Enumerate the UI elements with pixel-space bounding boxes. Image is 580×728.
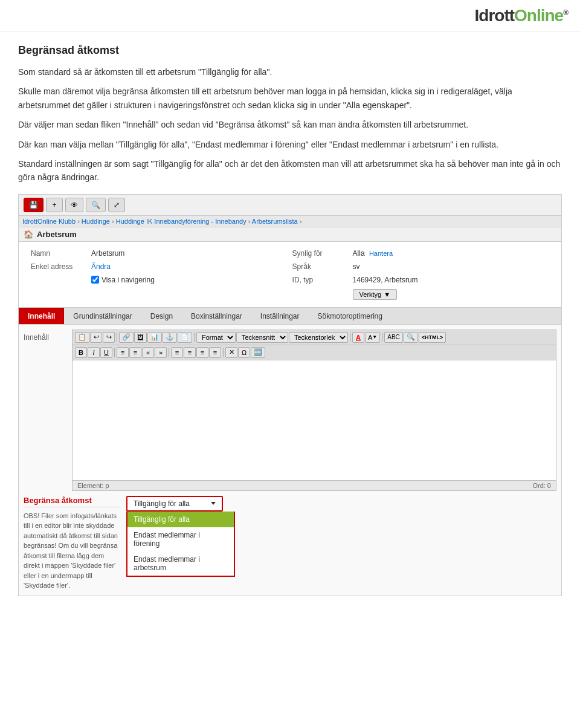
- tb-color-btn[interactable]: A: [352, 332, 364, 343]
- tb-bgcolor-btn[interactable]: A▼: [365, 332, 380, 343]
- tb-align-justify-btn[interactable]: ≡: [209, 347, 221, 358]
- tb-doc-btn[interactable]: 📄: [178, 332, 192, 343]
- tb-table-btn[interactable]: 📊: [147, 332, 162, 343]
- sidebar-info-text: OBS! Filer som infogats/länkats till i e…: [24, 511, 120, 591]
- tb-indent-less-btn[interactable]: «: [142, 347, 154, 358]
- tb-bold-btn[interactable]: B: [75, 347, 87, 358]
- visa-navigering-checkbox[interactable]: [91, 276, 99, 284]
- verktyg-button[interactable]: Verktyg ▼: [353, 289, 398, 300]
- tb-list-number-btn[interactable]: ≡: [129, 347, 141, 358]
- access-option-all[interactable]: Tillgänglig för alla: [127, 512, 234, 527]
- editor-body[interactable]: [72, 360, 556, 481]
- tb-indent-more-btn[interactable]: »: [155, 347, 167, 358]
- access-dropdown-current: Tillgänglig för alla: [134, 499, 190, 508]
- breadcrumb-sep-4: ›: [300, 218, 302, 225]
- tb-undo-btn[interactable]: ↩: [90, 332, 102, 343]
- dropdown-arrow-icon: [211, 502, 216, 505]
- tb-spell-btn[interactable]: ABC: [384, 332, 403, 343]
- tb-search-btn[interactable]: 🔍: [404, 332, 418, 343]
- article-para-4: Där kan man välja mellan "Tillgänglig fö…: [18, 138, 562, 151]
- tb-underline-btn[interactable]: U: [100, 347, 112, 358]
- editor-wrap: 📋 ↩ ↪ 🔗 🖼 📊 ⚓ 📄 Format Teckensnitt: [72, 330, 556, 491]
- prop-label-idtyp: ID, typ: [288, 273, 348, 287]
- breadcrumb-sep-1: ›: [77, 218, 82, 225]
- cms-properties: Namn Arbetsrum Synlig för Alla Hantera E…: [19, 242, 561, 308]
- breadcrumb: IdrottOnline Klubb › Huddinge › Huddinge…: [19, 216, 561, 227]
- tb-chars-btn[interactable]: Ω: [238, 347, 250, 358]
- size-dropdown[interactable]: Teckenstorlek: [289, 332, 348, 343]
- editor-section: Innehåll 📋 ↩ ↪ 🔗 🖼 📊 ⚓ 📄 Format: [19, 325, 561, 496]
- access-option-members-arbetsrum[interactable]: Endast medlemmar i arbetsrum: [127, 551, 234, 576]
- tb-extra-btn[interactable]: 🔤: [251, 347, 265, 358]
- tb-remove-format-btn[interactable]: ✕: [225, 347, 237, 358]
- tab-grundinstallningar[interactable]: Grundinställningar: [64, 308, 141, 324]
- visa-navigering-checkbox-wrap: Visa i navigering: [91, 276, 283, 284]
- article-title: Begränsad åtkomst: [18, 44, 562, 57]
- breadcrumb-item-2[interactable]: Huddinge: [82, 218, 110, 225]
- tb-align-center-btn[interactable]: ≡: [184, 347, 196, 358]
- prop-value-adress: Ändra: [86, 260, 288, 273]
- tb-italic-btn[interactable]: I: [88, 347, 100, 358]
- prop-label-adress: Enkel adress: [26, 260, 86, 273]
- tb-link-btn[interactable]: 🔗: [119, 332, 134, 343]
- access-sidebar-info: Begränsa åtkomst OBS! Filer som infogats…: [24, 496, 120, 591]
- prop-label-sprak: Språk: [288, 260, 348, 273]
- breadcrumb-item-4[interactable]: Arbetsrumslista: [252, 218, 298, 225]
- tb-sep-1: [117, 333, 117, 342]
- tab-design[interactable]: Design: [141, 308, 182, 324]
- tab-innehall[interactable]: Innehåll: [19, 308, 64, 324]
- access-option-members-forening[interactable]: Endast medlemmar i förening: [127, 527, 234, 551]
- tab-boxinstallningar[interactable]: Boxinställningar: [182, 308, 251, 324]
- logo: IdrottOnline®: [475, 6, 569, 25]
- properties-table: Namn Arbetsrum Synlig för Alla Hantera E…: [26, 247, 554, 302]
- editor-statusbar: Element: p Ord: 0: [72, 481, 556, 491]
- hantera-link[interactable]: Hantera: [369, 250, 393, 257]
- article-para-3: Där väljer man sedan fliken "Innehåll" o…: [18, 118, 562, 131]
- format-dropdown[interactable]: Format: [196, 332, 236, 343]
- tb-align-right-btn[interactable]: ≡: [196, 347, 208, 358]
- page-header: IdrottOnline®: [0, 0, 580, 32]
- tb2-sep-1: [114, 348, 115, 357]
- bottom-split: Begränsa åtkomst OBS! Filer som infogats…: [19, 496, 561, 596]
- article-para-5: Standard inställningen är som sagt "Till…: [18, 157, 562, 184]
- save-button[interactable]: 💾: [24, 198, 44, 212]
- prop-value-sprak: sv: [348, 260, 554, 273]
- font-dropdown[interactable]: Teckensnitt: [236, 332, 288, 343]
- prop-value-idtyp: 1469429, Arbetsrum: [348, 273, 554, 287]
- move-button[interactable]: ⤢: [108, 198, 125, 212]
- prop-row-verktyg: Verktyg ▼: [26, 287, 554, 302]
- tab-installningar[interactable]: Inställningar: [251, 308, 309, 324]
- prop-label-nav: [26, 273, 86, 287]
- tb-anchor-btn[interactable]: ⚓: [163, 332, 177, 343]
- breadcrumb-item-3[interactable]: Huddinge IK Innebandyförening - Inneband…: [116, 218, 246, 225]
- tb-image-btn[interactable]: 🖼: [134, 332, 147, 343]
- tb-align-left-btn[interactable]: ≡: [171, 347, 183, 358]
- search-button[interactable]: 🔍: [86, 198, 106, 212]
- view-button[interactable]: 👁: [65, 198, 83, 212]
- breadcrumb-item-1[interactable]: IdrottOnline Klubb: [22, 218, 76, 225]
- tb-copy-btn[interactable]: 📋: [75, 332, 89, 343]
- prop-value-synlig: Alla Hantera: [348, 247, 554, 260]
- cms-interface: 💾 + 👁 🔍 ⤢ IdrottOnline Klubb › Huddinge …: [18, 194, 562, 596]
- editor-section-label: Innehåll: [24, 330, 72, 491]
- andra-link[interactable]: Ändra: [91, 262, 111, 271]
- tb2-sep-2: [169, 348, 169, 357]
- visa-navigering-label: Visa i navigering: [102, 276, 155, 284]
- sidebar-info-title: Begränsa åtkomst: [24, 496, 120, 507]
- cms-header-icon: 🏠: [24, 230, 33, 239]
- cms-page-header: 🏠 Arbetsrum: [19, 227, 561, 242]
- tb-sep-3: [350, 333, 350, 342]
- verktyg-cell: Verktyg ▼: [348, 287, 554, 302]
- access-dropdown-trigger[interactable]: Tillgänglig för alla: [126, 496, 223, 512]
- breadcrumb-sep-2: ›: [112, 218, 116, 225]
- editor-element-indicator: Element: p: [77, 482, 109, 489]
- tb-html-btn[interactable]: <HTML>: [419, 332, 446, 343]
- tb-list-bullet-btn[interactable]: ≡: [117, 347, 129, 358]
- tab-sokmotoroptimering[interactable]: Sökmotoroptimering: [309, 308, 392, 324]
- access-dropdown-menu: Tillgänglig för alla Endast medlemmar i …: [126, 512, 235, 577]
- prop-label-synlig: Synlig för: [288, 247, 348, 260]
- article-para-1: Som standard så är åtkomsten till ett ar…: [18, 65, 562, 79]
- prop-value-name: Arbetsrum: [86, 247, 288, 260]
- tb-redo-btn[interactable]: ↪: [103, 332, 115, 343]
- add-button[interactable]: +: [46, 198, 63, 212]
